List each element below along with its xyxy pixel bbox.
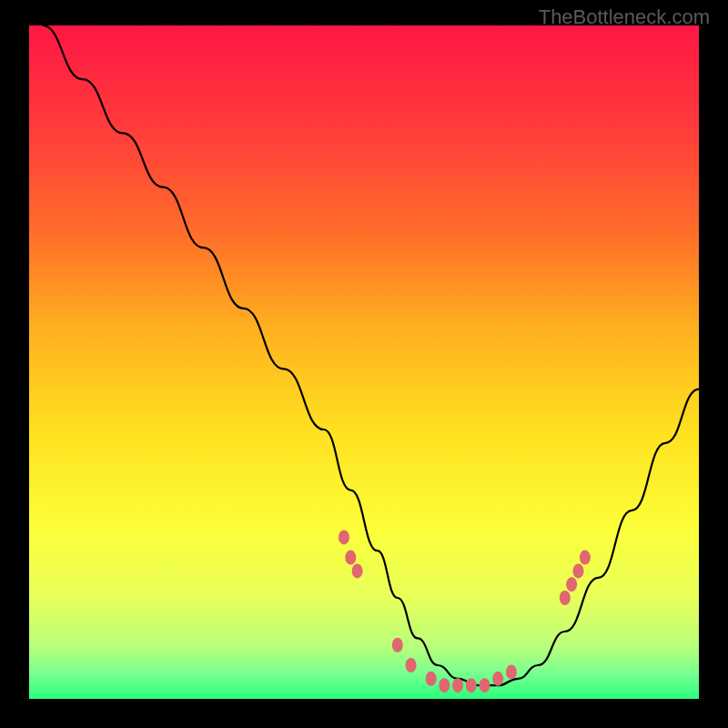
highlight-markers xyxy=(339,530,591,693)
marker-point xyxy=(426,672,437,686)
marker-point xyxy=(406,658,417,672)
marker-point xyxy=(580,551,591,565)
marker-point xyxy=(439,678,450,693)
marker-point xyxy=(452,678,463,693)
watermark-text: TheBottleneck.com xyxy=(539,5,710,29)
marker-point xyxy=(573,563,584,578)
marker-point xyxy=(345,551,356,565)
marker-point xyxy=(392,638,403,652)
curve-layer xyxy=(29,25,699,699)
chart-container: TheBottleneck.com xyxy=(0,0,728,728)
bottleneck-curve xyxy=(43,25,699,685)
marker-point xyxy=(466,678,477,693)
marker-point xyxy=(506,664,517,679)
plot-area xyxy=(29,25,699,699)
marker-point xyxy=(479,678,490,693)
marker-point xyxy=(566,577,577,592)
marker-point xyxy=(352,563,363,578)
marker-point xyxy=(492,672,503,686)
marker-point xyxy=(560,591,571,605)
marker-point xyxy=(339,530,349,544)
